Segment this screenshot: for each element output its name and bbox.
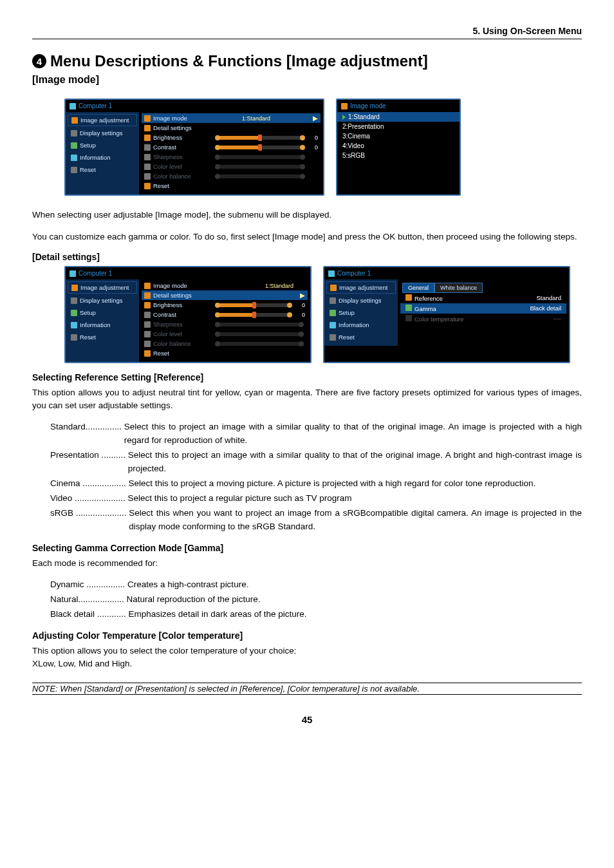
row-color-temperature: Color temperature---- <box>400 314 566 324</box>
setup-icon <box>71 142 77 149</box>
sidebar-setup[interactable]: Setup <box>326 307 396 318</box>
gamma-definitions: Dynamic ................ Creates a high-… <box>32 578 582 621</box>
tab-general[interactable]: General <box>402 283 434 293</box>
row-brightness[interactable]: Brightness0 <box>142 133 321 142</box>
detail-settings-heading: [Detail settings] <box>32 252 582 262</box>
reference-paragraph: This option allows you to adjust neutral… <box>32 386 582 411</box>
color-level-icon <box>144 164 151 170</box>
page-number: 45 <box>32 714 582 725</box>
title-number-badge: 4 <box>32 54 46 68</box>
row-sharpness: Sharpness <box>142 152 321 162</box>
sun-icon <box>144 135 151 141</box>
osd-title-text: Computer 1 <box>79 102 112 109</box>
sidebar-information[interactable]: Information <box>68 152 137 163</box>
mode-icon <box>144 115 151 122</box>
color-temp-heading: Adjusting Color Temperature [Color tempe… <box>32 630 582 641</box>
sub-title: [Image mode] <box>32 74 582 86</box>
sidebar-information[interactable]: Information <box>326 319 396 330</box>
main-title-text: Menu Descriptions & Functions [Image adj… <box>50 52 428 70</box>
row-image-mode[interactable]: Image mode 1:Standard ▶ <box>142 113 321 123</box>
adjust-icon <box>71 117 78 124</box>
color-temp-paragraph-1: This option allows you to select the col… <box>32 645 582 657</box>
reference-heading: Selecting Reference Setting [Reference] <box>32 372 582 382</box>
osd-detail-general: Computer 1 Image adjustment Display sett… <box>323 266 570 363</box>
row-contrast[interactable]: Contrast0 <box>142 310 308 319</box>
screenshot-row-2: Computer 1 Image adjustment Display sett… <box>64 266 582 363</box>
list-item-video[interactable]: 4:Video <box>337 141 460 151</box>
monitor-icon <box>70 270 76 277</box>
paragraph-1: When selecting user adjustable [Image mo… <box>32 209 582 222</box>
sidebar-image-adjustment[interactable]: Image adjustment <box>68 114 137 126</box>
display-icon <box>71 130 77 137</box>
chapter-header: 5. Using On-Screen Menu <box>32 26 582 39</box>
row-color-balance: Color balance <box>142 171 321 181</box>
reset-icon <box>71 167 77 173</box>
row-color-level: Color level <box>142 329 308 339</box>
sidebar-display-settings[interactable]: Display settings <box>68 127 137 138</box>
osd-list-title: Image mode <box>350 102 386 109</box>
osd-main-menu: Computer 1 Image adjustment Display sett… <box>64 99 324 196</box>
row-image-mode[interactable]: Image mode1:Standard <box>142 281 308 290</box>
sidebar-image-adjustment[interactable]: Image adjustment <box>326 281 396 294</box>
reset-icon <box>144 183 151 189</box>
row-reference[interactable]: ReferenceStandard <box>400 293 566 303</box>
sharpness-icon <box>144 154 151 160</box>
list-item-presentation[interactable]: 2:Presentation <box>337 122 460 131</box>
sidebar-image-adjustment[interactable]: Image adjustment <box>68 281 137 294</box>
mode-icon <box>341 103 348 109</box>
chevron-right-icon: ▶ <box>313 115 318 122</box>
row-gamma[interactable]: GammaBlack detail <box>400 303 566 314</box>
note-text: NOTE: When [Standard] or [Presentation] … <box>32 683 582 695</box>
osd-title-text: Computer 1 <box>79 270 112 277</box>
osd-sidebar: Image adjustment Display settings Setup … <box>66 279 139 362</box>
row-color-balance: Color balance <box>142 339 308 348</box>
row-color-level: Color level <box>142 162 321 171</box>
paragraph-2: You can customize each gamma or color. T… <box>32 231 582 243</box>
screenshot-row-1: Computer 1 Image adjustment Display sett… <box>64 99 582 196</box>
sidebar-display-settings[interactable]: Display settings <box>326 295 396 306</box>
gamma-heading: Selecting Gamma Correction Mode [Gamma] <box>32 543 582 553</box>
sidebar-information[interactable]: Information <box>68 319 137 330</box>
tab-white-balance[interactable]: White balance <box>434 283 483 293</box>
row-reset[interactable]: Reset <box>142 181 321 191</box>
row-brightness[interactable]: Brightness0 <box>142 300 308 310</box>
osd-image-mode-list: Image mode 1:Standard 2:Presentation 3:C… <box>336 99 461 196</box>
row-contrast[interactable]: Contrast0 <box>142 142 321 152</box>
sidebar-reset[interactable]: Reset <box>326 332 396 343</box>
row-detail-settings[interactable]: Detail settings▶ <box>142 290 308 300</box>
list-item-srgb[interactable]: 5:sRGB <box>337 151 460 160</box>
main-title: 4 Menu Descriptions & Functions [Image a… <box>32 52 582 70</box>
list-item-cinema[interactable]: 3:Cinema <box>337 131 460 141</box>
info-icon <box>71 155 77 161</box>
osd-sidebar: Image adjustment Display settings Setup … <box>324 279 398 346</box>
chevron-right-icon: ▶ <box>300 292 305 299</box>
gamma-paragraph: Each mode is recommended for: <box>32 557 582 570</box>
osd-detail-settings: Computer 1 Image adjustment Display sett… <box>64 266 312 363</box>
row-sharpness: Sharpness <box>142 319 308 329</box>
osd-main-panel: Image mode 1:Standard ▶ Detail settings … <box>139 112 323 194</box>
color-balance-icon <box>144 173 151 180</box>
contrast-icon <box>144 144 151 151</box>
sidebar-reset[interactable]: Reset <box>68 164 137 175</box>
row-detail-settings[interactable]: Detail settings <box>142 123 321 133</box>
sidebar-setup[interactable]: Setup <box>68 307 137 318</box>
sidebar-setup[interactable]: Setup <box>68 140 137 151</box>
color-temp-paragraph-2: XLow, Low, Mid and High. <box>32 657 582 670</box>
monitor-icon <box>70 103 76 109</box>
reference-definitions: Standard............... Select this to p… <box>32 420 582 533</box>
osd-sidebar: Image adjustment Display settings Setup … <box>66 112 139 194</box>
sidebar-display-settings[interactable]: Display settings <box>68 295 137 306</box>
list-item-standard[interactable]: 1:Standard <box>337 112 460 122</box>
detail-icon <box>144 125 151 131</box>
sidebar-reset[interactable]: Reset <box>68 332 137 343</box>
row-reset[interactable]: Reset <box>142 348 308 358</box>
monitor-icon <box>328 270 335 277</box>
triangle-icon <box>342 115 346 120</box>
